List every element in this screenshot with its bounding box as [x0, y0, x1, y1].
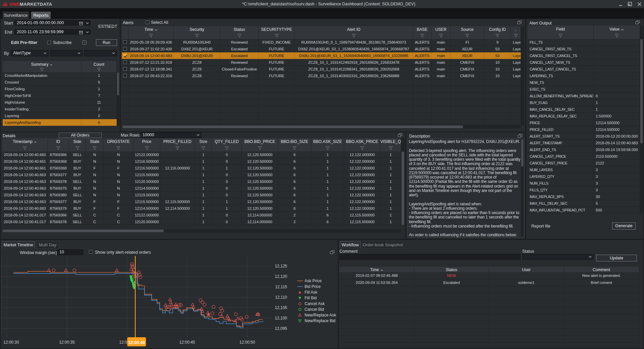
details-row-cell[interactable]: 1 [380, 212, 401, 218]
alert-row-cell[interactable]: RU000A100JH0 [174, 39, 220, 46]
details-row-cell[interactable]: F [86, 198, 104, 205]
by-select-3[interactable] [84, 50, 117, 56]
alert-row-cell[interactable]: 10 [484, 72, 511, 79]
output-row-cell[interactable]: MAX_CANCEL_DELAY_SEC [528, 106, 594, 113]
details-row-cell[interactable]: 6 [278, 185, 311, 192]
alert-row-checkbox[interactable] [123, 67, 127, 71]
alert-row-cell[interactable]: Layeri [511, 59, 521, 66]
details-row-cell[interactable]: 87569379 [48, 185, 69, 192]
output-row-cell[interactable] [594, 66, 640, 72]
tab-order-book-snapshot[interactable]: Order-book Snapshot [362, 241, 403, 249]
details-row-cell[interactable]: 12,122.000000 [344, 165, 380, 171]
details-row-cell[interactable]: 12,122.000000 [344, 185, 380, 192]
output-row-cell[interactable]: 1.500000 [594, 113, 640, 119]
output-row-cell[interactable]: 3 [594, 173, 640, 180]
details-row-cell[interactable]: 12116.500000 [133, 165, 160, 171]
alert-row-cell[interactable]: Reviewed [220, 59, 259, 66]
summary-row-cell[interactable]: FloorCeiling [3, 86, 82, 92]
details-row-cell[interactable]: 6 [278, 158, 311, 165]
details-row-cell[interactable]: 12,120.500000 [242, 158, 278, 165]
status-select[interactable] [522, 254, 594, 260]
details-row-cell[interactable]: 2018-09-14 12:00:41.017 [2, 218, 48, 225]
alert-row-cell[interactable]: XEUR [450, 52, 484, 59]
details-row-cell[interactable]: 0 [212, 192, 242, 198]
output-row-cell[interactable]: 3 [594, 166, 640, 173]
summary-row-cell[interactable]: 2 [82, 106, 117, 112]
summary-row-cell[interactable]: 6 [82, 119, 117, 126]
details-row-cell[interactable]: 1 [380, 151, 401, 158]
details-row-cell[interactable]: N [86, 151, 104, 158]
details-row-cell[interactable]: 1 [311, 151, 344, 158]
output-row-cell[interactable]: NUM_FILLS [528, 180, 594, 187]
summary-row-cell[interactable]: HighOrderToFill [3, 92, 82, 99]
end-datetime-input[interactable]: 2020-11-05 23:59:59.999 [14, 29, 91, 35]
details-row-cell[interactable]: 87569368 [48, 165, 69, 171]
details-row-cell[interactable]: BUY [69, 165, 86, 171]
details-row-cell[interactable] [160, 218, 195, 225]
details-row-cell[interactable]: 1 [311, 198, 344, 205]
details-row-cell[interactable]: 2018-09-14 12:00:40.663 [2, 198, 48, 205]
details-row-cell[interactable]: 87569377 [48, 198, 69, 205]
output-row-cell[interactable]: ALLOW_BENEFITING_WITHIN_SPREAD [528, 93, 594, 99]
details-row-cell[interactable]: 1 [195, 212, 212, 218]
details-row-cell[interactable]: SELL [69, 151, 86, 158]
output-row-cell[interactable]: 12114.500000 [594, 119, 640, 126]
details-row-cell[interactable]: F [104, 165, 133, 171]
alert-row-cell[interactable]: CMEFIX [450, 66, 484, 72]
alert-row-cell[interactable]: DX8Z.201@XEUR [174, 46, 220, 52]
alert-row-cell[interactable]: Escalated [220, 52, 259, 59]
column-header[interactable]: Value [594, 26, 640, 32]
output-row-cell[interactable]: MAX_INFLUENTIAL_SPREAD_PCT [528, 207, 594, 213]
alert-row-cell[interactable]: ALERTS [413, 59, 432, 66]
alert-row-cell[interactable]: FIXED_INCOME [259, 39, 295, 46]
filter-icon[interactable] [352, 34, 356, 38]
output-row-cell[interactable]: CANCEL_FIRST_NEW_TS [528, 46, 594, 52]
chevron-down-icon[interactable] [86, 31, 89, 33]
filter-icon[interactable] [225, 146, 229, 150]
details-row-cell[interactable]: 1 [380, 218, 401, 225]
details-row-cell[interactable]: 12115.500000 [133, 171, 160, 178]
details-row-cell[interactable]: 2018-09-14 12:00:40.663 [2, 192, 48, 198]
details-row-cell[interactable]: 1 [380, 185, 401, 192]
details-row-cell[interactable]: C [86, 218, 104, 225]
details-row-cell[interactable]: SELL [69, 212, 86, 218]
details-row-cell[interactable]: 6 [311, 218, 344, 225]
summary-row-cell[interactable]: CrossMarketManipulation [3, 72, 82, 79]
alert-row-cell[interactable]: ALERTS [413, 39, 432, 46]
details-row-cell[interactable]: C [104, 212, 133, 218]
alert-row-cell[interactable]: 2018-09-14 12:00:40.683 [128, 52, 174, 59]
details-row-cell[interactable]: 1 [195, 178, 212, 185]
details-row-cell[interactable]: 1 [195, 151, 212, 158]
details-row-cell[interactable]: 12,120.500000 [242, 171, 278, 178]
details-row-cell[interactable]: 1 [195, 192, 212, 198]
output-row-cell[interactable]: 500 [594, 207, 640, 213]
workflow-row-cell[interactable]: Escalated [414, 279, 489, 286]
filter-icon[interactable] [495, 34, 499, 38]
details-row-cell[interactable]: 1 [311, 192, 344, 198]
details-row-cell[interactable]: 1 [195, 165, 212, 171]
alert-row-cell[interactable]: DX8U.201@XEUR [174, 52, 220, 59]
output-row-cell[interactable]: NUM_LAYERS [528, 166, 594, 173]
alert-row-checkbox[interactable] [123, 74, 127, 78]
details-row-cell[interactable]: BUY [69, 198, 86, 205]
alert-row-cell[interactable]: Reviewed [220, 72, 259, 79]
details-row-cell[interactable]: 1 [195, 205, 212, 212]
expand-icon[interactable] [330, 250, 334, 254]
alert-row-cell[interactable]: 53 [484, 52, 511, 59]
details-row-cell[interactable]: 12,122.000000 [344, 171, 380, 178]
column-header[interactable]: VISIBLE_Q [380, 138, 401, 145]
details-row-cell[interactable]: F [86, 205, 104, 212]
update-button[interactable]: Update [596, 255, 637, 261]
details-row-cell[interactable]: 12,120.500000 [242, 185, 278, 192]
alert-row-cell[interactable]: 2018-07-12 09:43:22.316 [128, 72, 174, 79]
market-timeline-chart[interactable]: 12:00:3012:00:3512:00:4012:00:4512:00:50… [1, 255, 338, 348]
details-row-cell[interactable]: 0 [212, 171, 242, 178]
column-header[interactable]: ORIGSTATE [104, 138, 133, 145]
alerts-hscrollbar[interactable] [122, 125, 521, 129]
output-row-cell[interactable]: 2018-09-14 12:00:40.683 [594, 140, 640, 146]
column-header[interactable]: Time [128, 26, 174, 33]
comment-input[interactable] [339, 254, 521, 260]
output-row-cell[interactable]: ALERT_START_TS [528, 133, 594, 140]
alert-row-cell[interactable]: DX8Z.201@XEUR_53_1_1538060540439_1666587… [295, 46, 413, 52]
output-row-cell[interactable]: 1 [594, 99, 640, 106]
